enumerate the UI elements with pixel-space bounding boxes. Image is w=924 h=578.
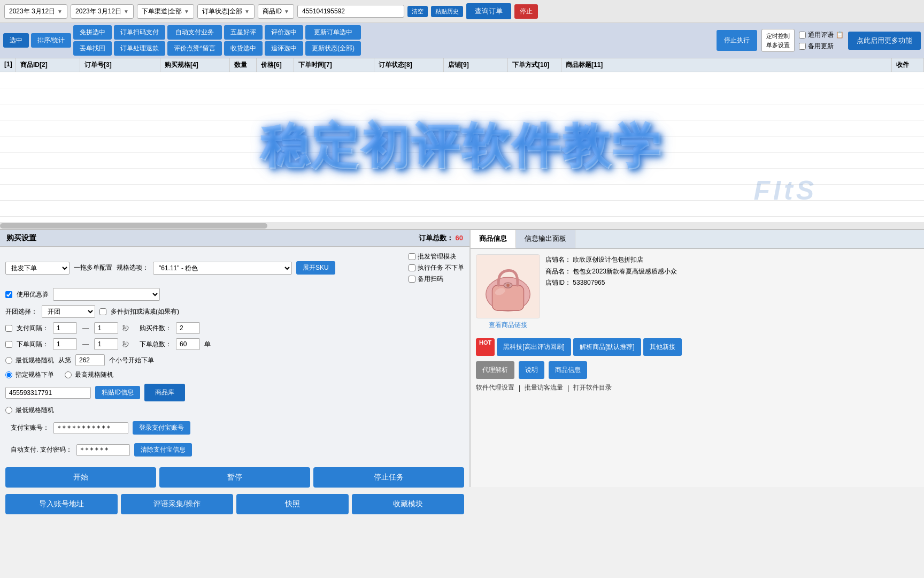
panel-title: 购买设置	[6, 233, 36, 243]
review-group: 评价选中 追评选中	[265, 25, 303, 56]
order-interval-checkbox[interactable]	[5, 341, 12, 348]
stop-task-button[interactable]: 停止任务	[313, 467, 464, 488]
date1-value: 2023年 3月12日	[9, 7, 55, 16]
stop-button[interactable]: 停止	[514, 4, 538, 19]
free-select-button[interactable]: 免拼选中	[73, 25, 112, 40]
buy-qty-label: 购买件数：	[140, 324, 172, 333]
review-collect-button[interactable]: 评语采集/操作	[121, 494, 233, 514]
use-coupon-checkbox[interactable]	[5, 291, 12, 298]
scrollbar[interactable]	[0, 222, 924, 230]
tab-product-info[interactable]: 商品信息	[471, 230, 516, 248]
discard-button[interactable]: 丢单找回	[73, 41, 112, 56]
order-total-input[interactable]	[176, 338, 200, 350]
black-tech-button[interactable]: 黑科技[高出评访回刷]	[497, 338, 571, 356]
backup-scan-checkbox[interactable]	[409, 276, 415, 283]
snapshot-button[interactable]: 快照	[236, 494, 349, 514]
min-spec-radio[interactable]	[5, 357, 12, 364]
alipay-account-input[interactable]	[53, 422, 128, 434]
pay-interval-to[interactable]	[94, 322, 118, 334]
svg-point-4	[506, 284, 510, 287]
order-interval-to[interactable]	[94, 338, 118, 350]
exec-task-checkbox[interactable]	[409, 264, 415, 271]
backup-update-checkbox[interactable]	[799, 43, 806, 50]
pay-interval-checkbox[interactable]	[5, 325, 12, 332]
buy-qty-input[interactable]	[176, 322, 200, 334]
update-all-button[interactable]: 更新状态(全部)	[305, 41, 361, 56]
update-select-button[interactable]: 更新订单选中	[305, 25, 361, 40]
product-lib-button[interactable]: 商品库	[144, 384, 185, 401]
from-num-suffix: 个小号开始下单	[109, 356, 154, 365]
sort-button[interactable]: 排序/统计	[31, 33, 71, 48]
channel-dropdown[interactable]: 下单渠道|全部 ▼	[137, 4, 194, 19]
paste-history-button[interactable]: 粘贴历史	[431, 6, 463, 17]
product-id-input[interactable]	[297, 5, 404, 18]
max-spec-group: 最高规格随机	[65, 370, 113, 379]
product-link[interactable]: 查看商品链接	[489, 321, 527, 330]
deliver-select-button[interactable]: 收货选中	[224, 41, 263, 56]
pay-interval-from[interactable]	[53, 322, 77, 334]
pause-button[interactable]: 暂停	[159, 467, 310, 488]
product-info-btn[interactable]: 商品信息	[549, 361, 587, 379]
tab-info-output[interactable]: 信息输出面板	[516, 230, 575, 248]
star-group: 五星好评 收货选中	[224, 25, 263, 56]
alipay-pwd-input[interactable]	[76, 444, 130, 456]
order-mode-select[interactable]: 批发下单	[5, 262, 70, 275]
max-spec-radio[interactable]	[65, 371, 72, 378]
batch-mgmt-checkbox[interactable]	[409, 253, 415, 260]
shop-name-value: 欣欣原创设计包包折扣店	[573, 256, 643, 263]
product-id-field[interactable]	[5, 387, 91, 399]
other-new-button[interactable]: 其他新接	[643, 338, 682, 356]
batch-mgmt-item: 批发管理模块	[409, 252, 464, 261]
order-interval-from[interactable]	[53, 338, 77, 350]
collection-button[interactable]: 收藏模块	[352, 494, 464, 514]
stop-exec-button[interactable]: 停止执行	[717, 30, 757, 51]
common-review-checkbox[interactable]	[799, 32, 806, 39]
clear-button[interactable]: 清空	[407, 6, 428, 17]
explain-button[interactable]: 说明	[519, 361, 544, 379]
five-star-button[interactable]: 五星好评	[224, 25, 263, 40]
more-features-button[interactable]: 点此启用更多功能	[848, 32, 921, 50]
order-total: 订单总数： 60	[419, 233, 463, 243]
import-accounts-button[interactable]: 导入账号地址	[5, 494, 118, 514]
agent-parse-button[interactable]: 代理解析	[476, 361, 514, 379]
scan-pay-button[interactable]: 订单扫码支付	[114, 25, 165, 40]
alipay-account-label: 支付宝账号：	[11, 423, 49, 432]
th-order-no: 订单号[3]	[80, 58, 160, 72]
copy-icon: 📋	[836, 31, 844, 39]
channel-arrow: ▼	[184, 9, 189, 14]
th-price: 价格[6]	[257, 58, 294, 72]
selecting-button[interactable]: 选中	[3, 33, 29, 48]
chase-select-button[interactable]: 追评选中	[265, 41, 303, 56]
coupon-select[interactable]	[53, 288, 160, 301]
shop-name-row: 店铺名： 欣欣原创设计包包折扣店	[545, 254, 919, 266]
review-select-button[interactable]: 评价选中	[265, 25, 303, 40]
group-select[interactable]: 开团	[42, 305, 95, 318]
order-total-unit: 单	[204, 340, 211, 349]
paste-id-button[interactable]: 粘贴ID信息	[95, 386, 140, 399]
login-alipay-button[interactable]: 登录支付宝账号	[133, 421, 190, 435]
date1-dropdown[interactable]: 2023年 3月12日 ▼	[4, 4, 67, 19]
specified-spec-radio[interactable]	[5, 371, 12, 378]
from-num-input[interactable]	[75, 354, 105, 366]
product-id-dropdown[interactable]: 商品ID ▼	[258, 4, 294, 19]
query-order-button[interactable]: 查询订单	[466, 3, 511, 19]
date2-dropdown[interactable]: 2023年 3月12日 ▼	[71, 4, 134, 19]
status-dropdown[interactable]: 订单状态|全部 ▼	[197, 4, 255, 19]
th-shop: 店铺[9]	[444, 58, 508, 72]
clear-alipay-button[interactable]: 清除支付宝信息	[134, 443, 192, 457]
parse-product-button[interactable]: 解析商品[默认推荐]	[573, 338, 641, 356]
auto-pay-button[interactable]: 自动支付业务	[167, 25, 222, 40]
expand-sku-button[interactable]: 展开SKU	[296, 261, 335, 275]
channel-label: 下单渠道|全部	[142, 7, 182, 16]
date2-arrow: ▼	[124, 9, 129, 14]
th-spec: 购买规格[4]	[160, 58, 230, 72]
product-bag-svg	[476, 254, 540, 318]
spec-select[interactable]: "61.11" - 粉色	[153, 262, 292, 275]
review-comment-button[interactable]: 评价点赞^留言	[167, 41, 222, 56]
common-review-label: 通用评语	[808, 31, 834, 40]
start-button[interactable]: 开始	[5, 467, 156, 488]
process-refund-button[interactable]: 订单处理退款	[114, 41, 165, 56]
min-spec-bottom-radio[interactable]	[5, 407, 12, 414]
backup-scan-label: 备用扫码	[418, 275, 443, 284]
multi-discount-checkbox[interactable]	[99, 308, 106, 315]
